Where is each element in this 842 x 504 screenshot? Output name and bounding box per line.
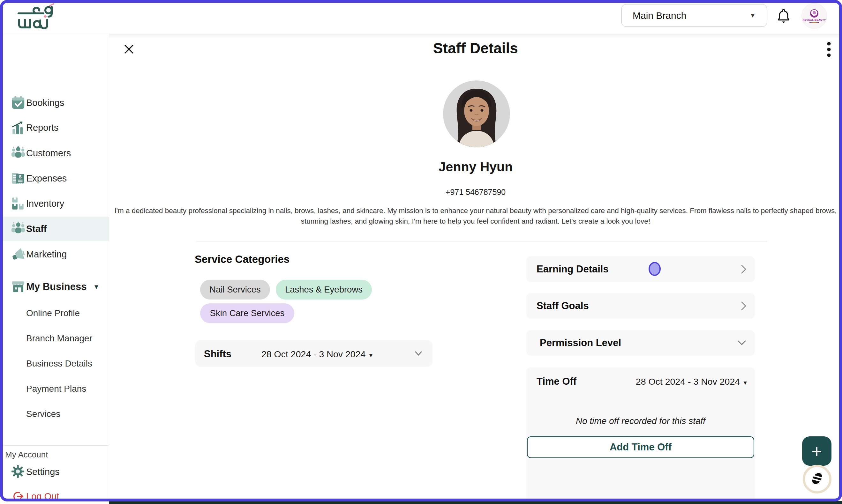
caret-down-icon[interactable]: ▼ (93, 283, 100, 291)
boxes-icon (11, 196, 25, 211)
branch-selector-value: Main Branch (633, 10, 686, 21)
sidebar-item-settings[interactable]: Settings (0, 462, 109, 482)
kebab-menu-icon[interactable] (825, 41, 833, 58)
chat-widget-icon (809, 471, 825, 487)
caret-down-icon: ▼ (368, 353, 373, 359)
sidebar-item-staff[interactable]: Staff (0, 217, 109, 241)
sidebar-item-inventory[interactable]: Inventory (0, 193, 109, 214)
caret-down-icon: ▼ (742, 380, 748, 386)
branch-selector[interactable]: Main Branch ▼ (621, 4, 767, 27)
account-avatar[interactable]: REVEAL BEAUTY (802, 3, 827, 29)
chat-widget-button[interactable] (803, 465, 831, 493)
permission-level-row[interactable]: Permission Level (526, 330, 755, 356)
sidebar-item-reports[interactable]: Reports (0, 118, 109, 138)
staff-phone: +971 546787590 (109, 187, 842, 197)
sidebar-item-bookings[interactable]: Bookings (0, 92, 109, 113)
sidebar-item-services[interactable]: Services (26, 404, 106, 424)
team-icon (11, 221, 25, 236)
receipt-icon: $ (11, 171, 25, 186)
category-chip-lashes-eyebrows: Lashes & Eyebrows (276, 280, 372, 300)
shifts-card[interactable]: Shifts 28 Oct 2024 - 3 Nov 2024▼ (195, 340, 433, 367)
sidebar-item-branch-manager[interactable]: Branch Manager (26, 328, 106, 349)
svg-text:$: $ (19, 174, 21, 179)
sidebar-item-payment-plans[interactable]: Payment Plans (26, 379, 106, 399)
chevron-down-icon (737, 340, 747, 346)
calendar-check-icon (11, 95, 25, 110)
time-off-date-range-selector[interactable]: 28 Oct 2024 - 3 Nov 2024▼ (636, 376, 748, 387)
chevron-down-icon[interactable] (413, 349, 424, 358)
megaphone-icon (11, 247, 25, 262)
sidebar-item-online-profile[interactable]: Online Profile (26, 303, 106, 323)
caret-down-icon: ▼ (750, 12, 756, 19)
brand-tagline-decoration (809, 22, 819, 23)
my-account-heading: My Account (5, 450, 48, 460)
waj-logo (17, 3, 59, 31)
sidebar-item-business-details[interactable]: Business Details (26, 354, 106, 374)
shifts-date-range-selector[interactable]: 28 Oct 2024 - 3 Nov 2024▼ (261, 349, 373, 360)
service-categories-heading: Service Categories (195, 253, 290, 265)
content-top-shadow (109, 34, 842, 39)
sidebar-item-my-business[interactable]: My Business ▼ (0, 276, 109, 297)
click-indicator (649, 262, 661, 276)
logout-icon (12, 490, 24, 502)
staff-profile-photo (443, 80, 510, 147)
sidebar-item-expenses[interactable]: $ Expenses (0, 168, 109, 188)
plus-icon: + (811, 440, 822, 462)
time-off-card: Time Off 28 Oct 2024 - 3 Nov 2024▼ No ti… (526, 367, 755, 504)
page-title: Staff Details (109, 39, 842, 57)
sidebar-item-logout[interactable]: Log Out (0, 486, 109, 504)
sidebar: Bookings Reports (0, 34, 109, 504)
category-chip-nail-services: Nail Services (200, 280, 270, 300)
sidebar-item-marketing[interactable]: Marketing (0, 244, 109, 265)
notifications-bell-icon[interactable] (776, 8, 791, 25)
topbar: Main Branch ▼ REVEAL BEAUTY (0, 0, 842, 34)
brand-name: REVEAL BEAUTY (803, 18, 826, 21)
gear-icon (11, 465, 25, 479)
earning-details-row[interactable]: Earning Details (526, 256, 755, 282)
bar-chart-icon (11, 120, 25, 135)
staff-name: Jenny Hyun (109, 160, 842, 175)
category-chip-skin-care: Skin Care Services (200, 303, 294, 323)
time-off-label: Time Off (537, 376, 576, 387)
brand-emblem-icon (810, 9, 818, 18)
add-time-off-button[interactable]: Add Time Off (527, 436, 754, 458)
staff-bio: I'm a dedicated beauty professional spec… (109, 205, 842, 227)
people-icon (11, 146, 25, 160)
sidebar-item-customers[interactable]: Customers (0, 143, 109, 163)
sidebar-divider (0, 445, 109, 446)
storefront-icon (11, 280, 25, 294)
add-fab-button[interactable]: + (802, 436, 831, 466)
bottom-dark-strip (0, 501, 842, 504)
shifts-label: Shifts (204, 348, 231, 360)
chevron-right-icon (741, 301, 747, 311)
time-off-empty-message: No time off recorded for this staff (526, 416, 755, 426)
staff-goals-row[interactable]: Staff Goals (526, 293, 755, 319)
chevron-right-icon (741, 265, 747, 274)
section-divider (196, 241, 767, 242)
